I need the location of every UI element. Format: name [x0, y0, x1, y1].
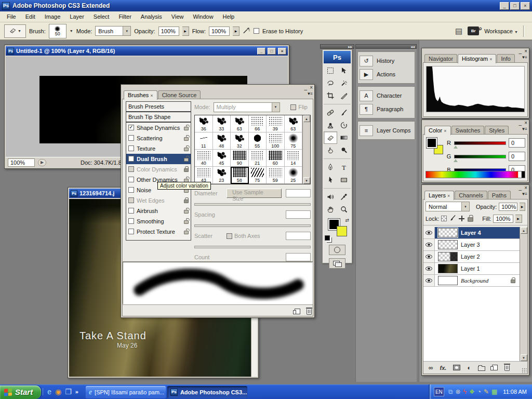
menu-window[interactable]: Window — [188, 12, 218, 21]
lock-open-icon[interactable] — [184, 220, 189, 224]
brush-preset-48[interactable]: 48 — [213, 132, 231, 150]
checkbox[interactable] — [128, 166, 134, 172]
menu-select[interactable]: Select — [89, 12, 114, 21]
tab-swatches[interactable]: Swatches — [451, 126, 485, 135]
panel-minimize-icon[interactable]: _ — [304, 85, 308, 90]
toolbox-collapse-strip[interactable]: ▶▶ — [320, 44, 354, 49]
menu-help[interactable]: Help — [218, 12, 240, 21]
layer-row-layer-4[interactable]: Layer 4 — [423, 227, 520, 239]
volume-icon[interactable]: ◔ — [477, 389, 481, 395]
remove-hardware-icon[interactable]: ⊗ — [455, 389, 460, 395]
brush-option-smoothing[interactable]: Smoothing — [126, 216, 191, 227]
restore-button[interactable]: □ — [510, 2, 520, 10]
opacity-spinner[interactable]: ▶ — [520, 203, 525, 211]
tool-slice[interactable] — [337, 89, 351, 102]
lock-open-icon[interactable] — [184, 127, 189, 130]
both-axes-checkbox[interactable] — [227, 233, 232, 239]
lock-transparency-icon[interactable] — [441, 216, 447, 221]
diameter-slider[interactable] — [194, 203, 311, 206]
ie-quicklaunch-icon[interactable]: e — [47, 388, 51, 395]
tool-crop[interactable] — [324, 89, 337, 102]
close-tab-icon[interactable]: × — [489, 57, 492, 62]
brush-option-dual-brush[interactable]: Dual Brush — [126, 154, 191, 164]
minimize-button[interactable]: _ — [257, 48, 265, 55]
language-indicator[interactable]: EN — [434, 387, 444, 396]
layer-thumbnail[interactable] — [438, 276, 458, 285]
channel-value-input[interactable]: 0 — [509, 138, 525, 148]
journal-icon[interactable]: ✎ — [484, 389, 489, 395]
slider-marker-icon[interactable] — [454, 159, 458, 162]
channel-slider[interactable] — [454, 155, 506, 158]
tool-type[interactable]: T — [337, 161, 351, 174]
collapse-icon[interactable]: ◀◀ — [410, 45, 415, 48]
dock-item-character[interactable]: ACharacter — [360, 89, 413, 102]
panel-close-icon[interactable]: × — [524, 120, 527, 126]
quick-mask-button[interactable] — [329, 245, 345, 255]
checkbox[interactable] — [128, 156, 134, 162]
lock-position-icon[interactable] — [459, 216, 464, 221]
tool-magic-wand[interactable] — [337, 77, 351, 89]
panel-menu-icon[interactable]: ▼≡ — [521, 55, 527, 60]
slider-marker-icon[interactable] — [454, 145, 458, 149]
visibility-toggle[interactable] — [423, 251, 435, 262]
tool-clone-stamp[interactable] — [324, 119, 337, 131]
layer-row-background[interactable]: Background — [423, 275, 520, 287]
layer-opacity-input[interactable]: 100% — [499, 203, 517, 211]
brush-preset-picker[interactable]: 50 — [49, 24, 66, 38]
panel-minimize-icon[interactable]: _ — [519, 185, 522, 191]
menu-file[interactable]: File — [2, 12, 21, 21]
brush-preset-32[interactable]: 32 — [231, 132, 249, 150]
link-layers-icon[interactable]: ∞ — [429, 364, 433, 371]
tab-histogram[interactable]: Histogram× — [458, 54, 496, 63]
spacing-slider[interactable] — [194, 224, 311, 227]
brush-option-airbrush[interactable]: Airbrush — [126, 206, 191, 216]
app-titlebar[interactable]: Ps Adobe Photoshop CS3 Extended _ □ × — [0, 0, 532, 11]
scroll-up-icon[interactable]: ▲ — [303, 115, 310, 122]
channel-slider[interactable] — [454, 141, 506, 145]
panel-menu-icon[interactable]: ▼≡ — [307, 91, 312, 96]
brush-preset-39[interactable]: 39 — [267, 115, 285, 132]
close-tab-icon[interactable]: × — [444, 128, 446, 134]
scatter-input[interactable] — [286, 232, 311, 240]
brush-preset-40[interactable]: 40 — [195, 150, 213, 167]
tool-dodge[interactable] — [337, 144, 351, 156]
tool-rect-marquee[interactable] — [324, 64, 337, 77]
brush-option-texture[interactable]: Texture — [126, 143, 191, 154]
tab-styles[interactable]: Styles — [485, 126, 509, 135]
panel-close-icon[interactable]: × — [524, 185, 527, 191]
tool-zoom[interactable] — [337, 203, 351, 216]
flow-spinner[interactable]: ▶ — [233, 26, 240, 36]
spacing-input[interactable] — [286, 210, 311, 219]
default-colors-icon[interactable] — [325, 235, 330, 241]
layer-thumbnail[interactable] — [438, 252, 458, 261]
brush-preset-60[interactable]: 60 — [267, 150, 285, 167]
layer-row-layer-1[interactable]: Layer 1 — [423, 263, 520, 275]
zoom-input[interactable]: 100% — [8, 158, 35, 167]
lock-open-icon[interactable] — [184, 158, 189, 162]
flow-input[interactable]: 100% — [209, 26, 230, 36]
brush-option-scattering[interactable]: Scattering — [126, 133, 191, 143]
brush-preset-33[interactable]: 33 — [213, 115, 231, 132]
tab-navigator[interactable]: Navigator — [424, 54, 457, 63]
opacity-input[interactable]: 100% — [158, 26, 179, 36]
panel-close-icon[interactable]: × — [524, 48, 527, 54]
brush-preset-21[interactable]: 21 — [249, 150, 267, 167]
brush-option-wet-edges[interactable]: Wet Edges — [126, 195, 191, 206]
dock-item-history[interactable]: ↺History — [360, 54, 413, 68]
tab-layers[interactable]: Layers× — [424, 191, 454, 200]
checkbox[interactable] — [128, 229, 134, 234]
add-mask-icon[interactable] — [453, 365, 460, 370]
tool-audio-annotation[interactable] — [324, 191, 337, 203]
channel-value-input[interactable]: 0 — [509, 152, 525, 161]
clock[interactable]: 11:08 AM — [503, 389, 527, 395]
chevron-down-icon[interactable]: ▼ — [123, 26, 130, 35]
brush-option-shape-dynamics[interactable]: Shape Dynamics — [126, 123, 191, 133]
new-brush-icon[interactable] — [295, 309, 300, 314]
brush-preset-36[interactable]: 36 — [195, 115, 213, 132]
tool-healing-brush[interactable] — [324, 107, 337, 119]
brush-preset-45[interactable]: 45 — [213, 150, 231, 167]
scroll-up-icon[interactable]: ▲ — [521, 227, 527, 234]
checkbox[interactable] — [128, 125, 134, 130]
checkbox[interactable] — [128, 208, 134, 214]
collapse-icon[interactable]: ▶▶ — [348, 45, 352, 48]
